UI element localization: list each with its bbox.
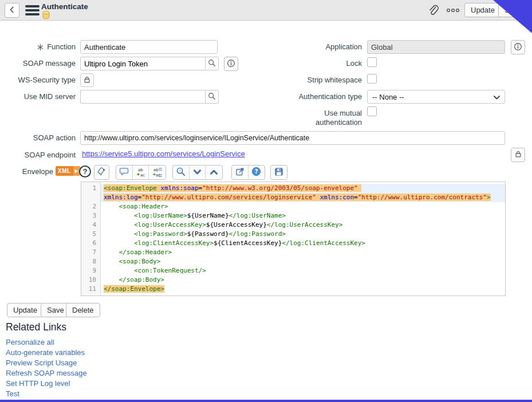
editor-line[interactable]: 7 </soap:Header> (81, 248, 505, 257)
toggle-comment-button[interactable] (116, 165, 133, 179)
find-next-button[interactable] (190, 165, 206, 179)
svg-text:ab: ab (153, 168, 159, 172)
search-icon (208, 59, 216, 69)
soap-endpoint-label: SOAP endpoint (0, 151, 76, 160)
editor-line[interactable]: 6 <log:ClientAccessKey>${ClientAccessKey… (81, 239, 505, 248)
use-mid-server-field (80, 90, 219, 104)
editor-line[interactable]: 2 <soap:Header> (81, 202, 505, 211)
application-info-button[interactable] (511, 40, 525, 54)
use-mid-server-lookup-button[interactable] (205, 90, 219, 104)
chevron-left-icon (8, 6, 16, 15)
database-icon (42, 11, 50, 19)
related-link-preview-script-usage[interactable]: Preview Script Usage (6, 358, 77, 367)
authentication-type-value: -- None -- (372, 93, 404, 101)
footer-delete-button[interactable]: Delete (66, 303, 100, 317)
strip-whitespace-checkbox[interactable] (367, 74, 377, 84)
envelope-xml-editor[interactable]: 1<soap:Envelope xmlns:soap="http://www.w… (81, 182, 506, 296)
related-link-refresh-soap-message[interactable]: Refresh SOAP message (6, 369, 86, 377)
chevron-up-bold-icon (210, 168, 218, 177)
editor-line[interactable]: 11</soap:Envelope> (81, 285, 505, 294)
strip-whitespace-label: Strip whitespace (263, 76, 362, 85)
use-mutual-authentication-label: Use mutual authentication (305, 109, 362, 127)
editor-rows: 1<soap:Envelope xmlns:soap="http://www.w… (81, 182, 505, 294)
related-link-test[interactable]: Test (6, 389, 19, 398)
ws-security-type-label: WS-Security type (0, 76, 76, 85)
find-previous-button[interactable] (206, 165, 222, 179)
format-code-icon (97, 167, 107, 178)
ws-security-type-button[interactable] (80, 73, 94, 87)
svg-text:ac: ac (156, 172, 160, 177)
use-mid-server-label: Use MID server (0, 92, 76, 101)
use-mid-server-input[interactable] (80, 90, 205, 104)
editor-help-button[interactable]: ? (249, 165, 265, 179)
application-input (367, 40, 505, 54)
toolbar-search-group (172, 165, 223, 180)
magnifier-icon (176, 167, 186, 178)
floppy-disk-icon (274, 167, 283, 178)
editor-line[interactable]: 4 <log:UserAccessKey>${UserAccessKey}</l… (81, 220, 505, 230)
editor-line[interactable]: 3 <log:UserName>${UserName}</log:UserNam… (81, 211, 505, 220)
envelope-help-icon[interactable]: ? (79, 165, 91, 178)
editor-line[interactable]: 5 <log:Password>${Password}</log:Passwor… (81, 230, 505, 239)
mandatory-icon (37, 44, 44, 53)
soap-action-label: SOAP action (0, 133, 76, 143)
attachment-paperclip-icon[interactable] (428, 4, 439, 17)
related-link-auto-generate-variables[interactable]: Auto-generate variables (6, 348, 85, 357)
format-code-button[interactable] (94, 165, 109, 180)
help-filled-icon: ? (251, 167, 261, 178)
related-links-title: Related Links (6, 321, 66, 333)
lock-icon (83, 76, 91, 85)
authentication-type-select[interactable]: -- None -- (367, 90, 505, 104)
soap-message-label: SOAP message (0, 59, 76, 68)
endpoint-lock-button[interactable] (511, 148, 525, 162)
replace-button[interactable]: ab ac (133, 165, 149, 179)
editor-line[interactable]: 8 <soap:Body> (81, 257, 505, 266)
envelope-label: Envelope (0, 167, 53, 176)
related-link-set-http-log-level[interactable]: Set HTTP Log level (6, 379, 70, 388)
function-input[interactable] (80, 40, 218, 54)
editor-line[interactable]: 10 </soap:Body> (81, 275, 505, 285)
search-icon (208, 92, 216, 102)
header-update-button[interactable]: Update (464, 3, 501, 17)
lock-icon (514, 150, 522, 160)
use-mutual-authentication-checkbox[interactable] (367, 107, 377, 116)
related-link-personalize-all[interactable]: Personalize all (6, 338, 54, 346)
back-button[interactable] (5, 3, 19, 18)
save-code-button[interactable] (271, 165, 287, 179)
soap-message-info-button[interactable] (224, 57, 238, 71)
soap-function-form-page: Authenticate Update Save Delete F (0, 0, 532, 402)
hamburger-menu-icon[interactable] (25, 5, 40, 15)
application-label: Application (263, 42, 362, 52)
xml-badge-text: XML (56, 168, 73, 174)
lock-label: Lock (263, 59, 362, 68)
xml-badge[interactable]: XML ▶ (56, 166, 80, 176)
soap-action-input[interactable] (80, 131, 505, 145)
svg-text:ac: ac (140, 172, 145, 177)
bottom-accent-strip (0, 400, 532, 402)
editor-line[interactable]: 1<soap:Envelope xmlns:soap="http://www.w… (81, 184, 505, 202)
info-icon (227, 59, 235, 69)
footer-update-button[interactable]: Update (7, 303, 44, 317)
header-bar: Authenticate Update Save Delete (0, 0, 532, 21)
soap-message-lookup-button[interactable] (205, 57, 219, 70)
popout-icon (235, 167, 245, 178)
info-icon (514, 42, 522, 53)
authentication-type-label: Authentication type (263, 92, 362, 101)
toolbar-save-group (270, 165, 287, 180)
toolbar-window-group: ? (231, 165, 265, 180)
soap-endpoint-link[interactable]: https://service5.ultipro.com/services/Lo… (82, 149, 245, 158)
comment-bubble-icon (119, 167, 129, 178)
replace-all-icon: ab ac (152, 167, 163, 179)
open-in-new-window-button[interactable] (232, 165, 249, 179)
soap-message-input[interactable] (80, 57, 205, 70)
search-code-button[interactable] (173, 165, 190, 179)
svg-text:ab: ab (138, 168, 143, 172)
soap-message-field (80, 57, 219, 70)
more-options-icon[interactable] (446, 6, 461, 14)
editor-line[interactable]: 9 <con:TokenRequest/> (81, 266, 505, 275)
page-title: Authenticate (41, 2, 88, 11)
lock-checkbox[interactable] (367, 57, 377, 67)
svg-text:?: ? (255, 168, 258, 175)
replace-all-button[interactable]: ab ac (149, 165, 165, 179)
replace-icon: ab ac (136, 167, 146, 179)
